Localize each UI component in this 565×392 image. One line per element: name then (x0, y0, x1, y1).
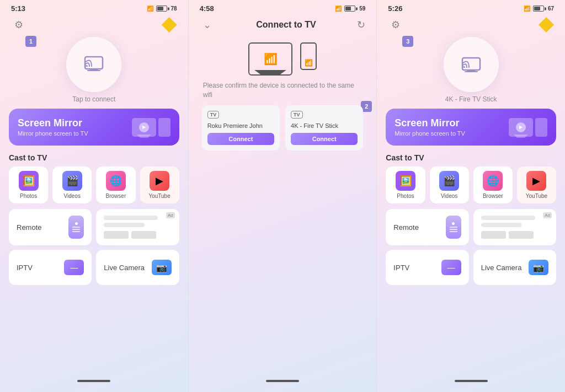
browser-icon: 🌐 (106, 171, 126, 191)
right-play-icon: ▶ (516, 122, 526, 132)
mirror-title: Screen Mirror (18, 117, 88, 129)
roku-connect-button[interactable]: Connect (207, 133, 274, 145)
left-cast-grid: 🖼️ Photos 🎬 Videos 🌐 Browser ▶ YouTube (9, 167, 179, 203)
right-badge: 3 (402, 36, 413, 47)
remote-item[interactable]: Remote (9, 209, 92, 245)
left-phone-screen: 5:13 📶 78 ⚙ 1 (0, 0, 188, 392)
right-battery-icon (533, 6, 544, 12)
svg-rect-4 (467, 70, 476, 71)
right-cast-icon (460, 52, 482, 77)
right-iptv-item[interactable]: IPTV (386, 250, 468, 285)
right-remote-item[interactable]: Remote (386, 209, 468, 245)
right-premium-icon[interactable] (539, 17, 554, 33)
device-card-roku[interactable]: TV Roku Premiere John Connect (202, 105, 280, 151)
refresh-icon[interactable]: ↻ (357, 19, 365, 31)
right-settings-icon[interactable]: ⚙ (388, 17, 403, 33)
ad-placeholder (104, 216, 171, 239)
right-bottom-grid: Remote Ad IPTV (386, 209, 556, 285)
right-videos-label: Videos (441, 193, 457, 199)
play-icon: ▶ (139, 122, 149, 132)
camera-icon: 📷 (152, 260, 172, 275)
right-iptv-icon (441, 260, 461, 275)
illus-phone-wifi-icon: 📶 (305, 59, 313, 67)
youtube-icon: ▶ (150, 171, 169, 191)
live-camera-item[interactable]: Live Camera 📷 (96, 250, 179, 285)
mirror-icon-wrap: ▶ (132, 118, 170, 137)
roku-device-name: Roku Premiere John (207, 122, 263, 130)
right-cast-grid: 🖼️ Photos 🎬 Videos 🌐 Browser ▶ YouTube (386, 167, 556, 203)
left-top-controls: ⚙ (9, 15, 179, 37)
home-bar (77, 380, 110, 382)
iptv-icon (64, 260, 84, 275)
connect-notice: Please confirm the device is connected t… (198, 81, 368, 100)
right-remote-label: Remote (393, 223, 419, 232)
devices-row: TV Roku Premiere John Connect TV 4K - Fi… (200, 105, 366, 151)
remote-icon (68, 216, 84, 239)
right-videos-icon: 🎬 (439, 171, 459, 191)
cast-icon (83, 51, 105, 78)
middle-home-bar (266, 380, 299, 382)
phone-shape-icon (158, 118, 170, 137)
right-top-controls: ⚙ (386, 15, 556, 37)
middle-status-bar: 4:58 📶 59 (198, 0, 368, 15)
middle-battery-icon (344, 6, 355, 12)
live-camera-label: Live Camera (104, 264, 145, 272)
svg-rect-1 (89, 69, 98, 70)
right-cast-item-youtube[interactable]: ▶ YouTube (517, 167, 556, 203)
right-ad-item[interactable]: Ad (473, 209, 556, 245)
iptv-label: IPTV (17, 264, 33, 272)
right-screen-mirror-banner[interactable]: Screen Mirror Mirror phone screen to TV … (386, 109, 556, 146)
right-phone-screen: 5:26 📶 67 ⚙ 3 (377, 0, 565, 392)
right-photos-label: Photos (397, 193, 414, 199)
left-bottom-grid: Remote Ad IPTV (9, 209, 179, 285)
left-time: 5:13 (11, 4, 25, 13)
right-cast-item-browser[interactable]: 🌐 Browser (473, 167, 513, 203)
middle-status-icons: 📶 59 (335, 6, 365, 12)
right-battery-pct: 67 (548, 6, 554, 12)
cast-item-videos[interactable]: 🎬 Videos (52, 167, 92, 203)
firetv-connect-button[interactable]: Connect (291, 133, 358, 145)
settings-icon[interactable]: ⚙ (11, 17, 26, 33)
right-time: 5:26 (388, 4, 402, 13)
premium-icon[interactable] (162, 17, 177, 33)
left-screen-mirror-banner[interactable]: Screen Mirror Mirror phone screen to TV … (9, 109, 179, 146)
left-status-icons: 📶 78 (147, 6, 177, 12)
wifi-icon: 📶 (147, 6, 153, 12)
right-remote-icon (446, 216, 461, 239)
right-ad-badge: Ad (543, 212, 552, 218)
right-youtube-label: YouTube (526, 193, 547, 199)
right-mirror-text: Screen Mirror Mirror phone screen to TV (395, 117, 465, 137)
svg-rect-5 (465, 71, 478, 72)
svg-rect-2 (87, 70, 100, 71)
right-cast-item-photos[interactable]: 🖼️ Photos (386, 167, 425, 203)
right-live-camera-label: Live Camera (481, 264, 522, 272)
iptv-item[interactable]: IPTV (9, 250, 92, 285)
photos-icon: 🖼️ (19, 171, 39, 191)
right-wifi-icon: 📶 (524, 6, 530, 12)
ad-item-left[interactable]: Ad (96, 209, 179, 245)
firetv-device-name: 4K - Fire TV Stick (291, 122, 338, 130)
cast-item-photos[interactable]: 🖼️ Photos (9, 167, 48, 203)
right-mirror-icon-wrap: ▶ (509, 118, 547, 137)
device-card-firetv[interactable]: TV 4K - Fire TV Stick Connect (285, 105, 363, 151)
right-connect-circle[interactable] (444, 37, 499, 92)
middle-home-indicator (198, 375, 368, 386)
right-home-indicator (386, 375, 556, 386)
right-iptv-label: IPTV (393, 264, 409, 272)
illus-phone: 📶 (300, 42, 317, 70)
down-arrow-icon[interactable]: ⌄ (200, 17, 215, 33)
right-phone-shape-icon (535, 118, 547, 137)
right-browser-label: Browser (483, 193, 503, 199)
right-live-camera-item[interactable]: Live Camera 📷 (473, 250, 556, 285)
middle-battery-pct: 59 (359, 6, 365, 12)
right-photos-icon: 🖼️ (396, 171, 415, 191)
left-home-indicator (9, 375, 179, 386)
right-cast-item-videos[interactable]: 🎬 Videos (430, 167, 469, 203)
connect-circle[interactable] (66, 37, 121, 92)
videos-label: Videos (64, 193, 81, 199)
cast-item-youtube[interactable]: ▶ YouTube (140, 167, 179, 203)
cast-item-browser[interactable]: 🌐 Browser (96, 167, 135, 203)
tv-phone-illustration: 📶 📶 (198, 42, 368, 76)
right-browser-icon: 🌐 (483, 171, 503, 191)
remote-label: Remote (17, 223, 42, 232)
